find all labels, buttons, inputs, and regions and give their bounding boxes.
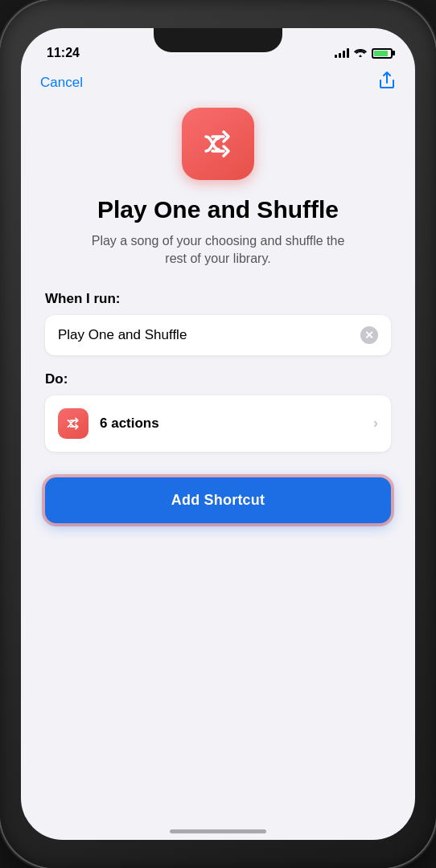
battery-icon bbox=[372, 48, 393, 59]
when-i-run-label: When I run: bbox=[45, 291, 391, 307]
wifi-icon bbox=[354, 47, 367, 59]
status-icons bbox=[335, 47, 393, 59]
do-section: Do: 6 actions › bbox=[45, 371, 391, 452]
clear-input-button[interactable]: ✕ bbox=[360, 326, 378, 344]
cancel-label: Cancel bbox=[40, 75, 83, 91]
cancel-button[interactable]: Cancel bbox=[40, 75, 83, 91]
actions-count-label: 6 actions bbox=[100, 416, 159, 432]
shortcut-name-input-wrap[interactable]: Play One and Shuffle ✕ bbox=[45, 315, 391, 355]
actions-shuffle-icon bbox=[58, 408, 88, 439]
signal-bars-icon bbox=[335, 48, 349, 58]
when-i-run-section: When I run: Play One and Shuffle ✕ bbox=[45, 291, 391, 355]
share-button[interactable] bbox=[378, 72, 396, 93]
home-indicator bbox=[21, 808, 415, 840]
notch bbox=[154, 28, 282, 52]
shuffle-icon bbox=[198, 124, 238, 164]
do-label: Do: bbox=[45, 371, 391, 387]
shortcut-title: Play One and Shuffle bbox=[97, 196, 339, 223]
main-content: Play One and Shuffle Play a song of your… bbox=[21, 100, 415, 808]
actions-info: 6 actions bbox=[58, 408, 159, 439]
add-shortcut-button[interactable]: Add Shortcut bbox=[45, 477, 391, 523]
shortcut-description: Play a song of your choosing and shuffle… bbox=[89, 232, 347, 268]
chevron-right-icon: › bbox=[373, 415, 378, 432]
actions-card[interactable]: 6 actions › bbox=[45, 395, 391, 452]
phone-screen: 11:24 Cancel bbox=[21, 28, 415, 840]
home-bar bbox=[170, 829, 266, 833]
status-time: 11:24 bbox=[47, 46, 80, 60]
shortcut-name-value: Play One and Shuffle bbox=[58, 327, 187, 343]
clear-icon: ✕ bbox=[364, 330, 374, 341]
shortcut-app-icon bbox=[182, 108, 254, 180]
navigation-bar: Cancel bbox=[21, 68, 415, 100]
battery-fill bbox=[374, 51, 388, 56]
phone-frame: 11:24 Cancel bbox=[0, 0, 436, 868]
